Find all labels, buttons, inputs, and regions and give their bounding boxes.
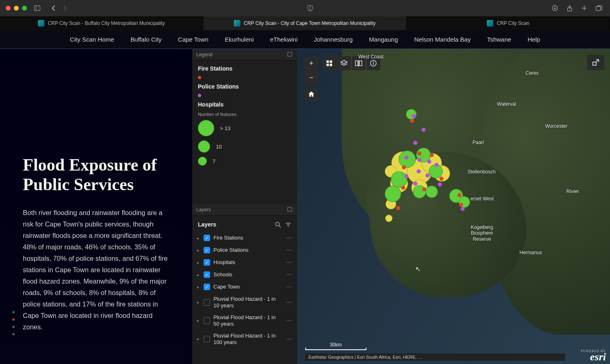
map-marker[interactable] xyxy=(426,173,430,178)
map-marker[interactable] xyxy=(459,203,463,207)
layer-more-icon[interactable]: ⋯ xyxy=(286,235,292,241)
expand-arrow-icon[interactable]: ▸ xyxy=(197,273,200,277)
layer-more-icon[interactable]: ⋯ xyxy=(286,259,292,266)
map-marker[interactable] xyxy=(430,153,434,157)
map-marker[interactable] xyxy=(417,158,421,162)
map-marker[interactable] xyxy=(421,128,426,132)
layer-row[interactable]: ▸Fire Stations⋯ xyxy=(195,232,294,244)
map-place-label: Kogelberg Biosphere Reserve xyxy=(464,224,500,242)
layer-row[interactable]: ▸Pluvial Flood Hazard - 1 in 10 years⋯ xyxy=(195,293,294,311)
map-marker[interactable] xyxy=(438,182,442,186)
layer-more-icon[interactable]: ⋯ xyxy=(286,247,292,253)
map-marker[interactable] xyxy=(461,207,465,211)
map-marker[interactable] xyxy=(396,206,400,210)
back-button[interactable] xyxy=(50,4,57,12)
layer-row[interactable]: ▸Pluvial Flood Hazard - 1 in 100 years⋯ xyxy=(195,330,294,348)
layer-row[interactable]: ▸Schools⋯ xyxy=(195,269,294,281)
layer-row[interactable]: ▸Police Stations⋯ xyxy=(195,244,294,256)
layer-row[interactable]: ▸Pluvial Flood Hazard - 1 in 50 years⋯ xyxy=(195,311,294,330)
forward-button[interactable] xyxy=(61,4,69,12)
download-icon[interactable] xyxy=(551,4,559,12)
nav-item[interactable]: Nelson Mandela Bay xyxy=(414,36,470,43)
nav-item[interactable]: City Scan Home xyxy=(70,36,114,43)
map-marker[interactable] xyxy=(422,187,426,191)
layer-checkbox[interactable] xyxy=(204,284,210,290)
nav-item[interactable]: Tshwane xyxy=(487,36,511,43)
nav-item[interactable]: Cape Town xyxy=(178,36,209,43)
layer-checkbox[interactable] xyxy=(204,299,210,306)
shield-icon[interactable] xyxy=(306,4,314,12)
search-icon[interactable] xyxy=(275,222,281,228)
map-marker[interactable] xyxy=(413,141,417,145)
layer-checkbox[interactable] xyxy=(204,271,210,278)
dot[interactable] xyxy=(12,333,15,335)
layer-row[interactable]: ▸Cape Town⋯ xyxy=(195,281,294,293)
map-marker[interactable] xyxy=(417,169,421,173)
new-tab-icon[interactable] xyxy=(581,4,588,12)
map-marker[interactable] xyxy=(401,186,405,190)
expand-arrow-icon[interactable]: ▸ xyxy=(197,318,200,323)
map-marker[interactable] xyxy=(412,114,416,118)
browser-tab-2[interactable]: CRP City Scan - City of Cape Town Metrop… xyxy=(203,16,406,30)
nav-item[interactable]: Help xyxy=(528,36,540,43)
nav-item[interactable]: Mangaung xyxy=(369,36,398,43)
layer-more-icon[interactable]: ⋯ xyxy=(286,284,292,290)
expand-arrow-icon[interactable]: ▸ xyxy=(197,248,200,253)
layers-stack-icon[interactable] xyxy=(337,56,351,70)
minimize-button[interactable] xyxy=(14,6,19,11)
zoom-in-button[interactable]: + xyxy=(304,56,318,70)
sidebar-icon[interactable] xyxy=(33,4,41,12)
home-button[interactable] xyxy=(304,87,318,101)
dot[interactable] xyxy=(12,326,15,328)
maximize-button[interactable] xyxy=(22,6,27,11)
map-marker[interactable] xyxy=(413,182,417,186)
map-marker[interactable] xyxy=(457,193,461,197)
expand-arrow-icon[interactable]: ▸ xyxy=(197,285,200,289)
map-marker[interactable] xyxy=(417,151,421,155)
map-marker[interactable] xyxy=(385,215,393,222)
tabs-overview-icon[interactable] xyxy=(595,4,603,12)
nav-item[interactable]: Johannesburg xyxy=(314,36,353,43)
zoom-out-button[interactable]: − xyxy=(304,71,318,85)
collapse-icon[interactable] xyxy=(287,52,293,58)
expand-arrow-icon[interactable]: ▸ xyxy=(197,260,200,265)
nav-item[interactable]: eThekwini xyxy=(270,36,298,43)
close-button[interactable] xyxy=(6,6,11,11)
map-marker[interactable] xyxy=(402,165,406,169)
browser-tab-1[interactable]: CRP City Scan - Buffalo City Metropolita… xyxy=(0,16,203,30)
collapse-icon[interactable] xyxy=(287,207,293,213)
layer-checkbox[interactable] xyxy=(204,317,210,324)
layer-checkbox[interactable] xyxy=(204,247,210,253)
browser-tab-3[interactable]: CRP City Scan xyxy=(407,16,610,30)
layer-row[interactable]: ▸Hospitals⋯ xyxy=(195,256,294,269)
nav-item[interactable]: Ekurhuleni xyxy=(225,36,254,43)
layer-more-icon[interactable]: ⋯ xyxy=(286,271,292,278)
map-marker[interactable] xyxy=(385,186,401,202)
map-view[interactable]: + − West CoastCeresWatervalWorcesterPaar… xyxy=(297,49,610,364)
map-marker[interactable] xyxy=(435,163,439,167)
share-icon[interactable] xyxy=(566,4,573,12)
layer-checkbox[interactable] xyxy=(204,259,210,266)
layer-checkbox[interactable] xyxy=(204,235,210,241)
map-marker[interactable] xyxy=(404,155,408,160)
map-marker[interactable] xyxy=(427,160,431,164)
map-marker[interactable] xyxy=(410,119,414,123)
story-panel: Flood Exposure of Public Services Both r… xyxy=(0,49,192,364)
layer-more-icon[interactable]: ⋯ xyxy=(286,299,292,306)
filter-icon[interactable] xyxy=(285,222,291,228)
map-marker[interactable] xyxy=(391,171,407,188)
dot[interactable] xyxy=(12,311,15,313)
layer-more-icon[interactable]: ⋯ xyxy=(286,336,292,342)
dot-active[interactable] xyxy=(12,318,15,321)
map-marker[interactable] xyxy=(426,186,438,198)
basemap-gallery-icon[interactable] xyxy=(322,56,336,70)
nav-item[interactable]: Buffalo City xyxy=(131,36,162,43)
layer-checkbox[interactable] xyxy=(204,336,210,342)
expand-arrow-icon[interactable]: ▸ xyxy=(197,236,200,240)
expand-map-button[interactable] xyxy=(587,55,604,70)
expand-arrow-icon[interactable]: ▸ xyxy=(197,337,200,341)
layer-more-icon[interactable]: ⋯ xyxy=(286,317,292,324)
expand-arrow-icon[interactable]: ▸ xyxy=(197,300,200,304)
map-marker[interactable] xyxy=(439,177,444,181)
map-marker[interactable] xyxy=(404,174,408,178)
